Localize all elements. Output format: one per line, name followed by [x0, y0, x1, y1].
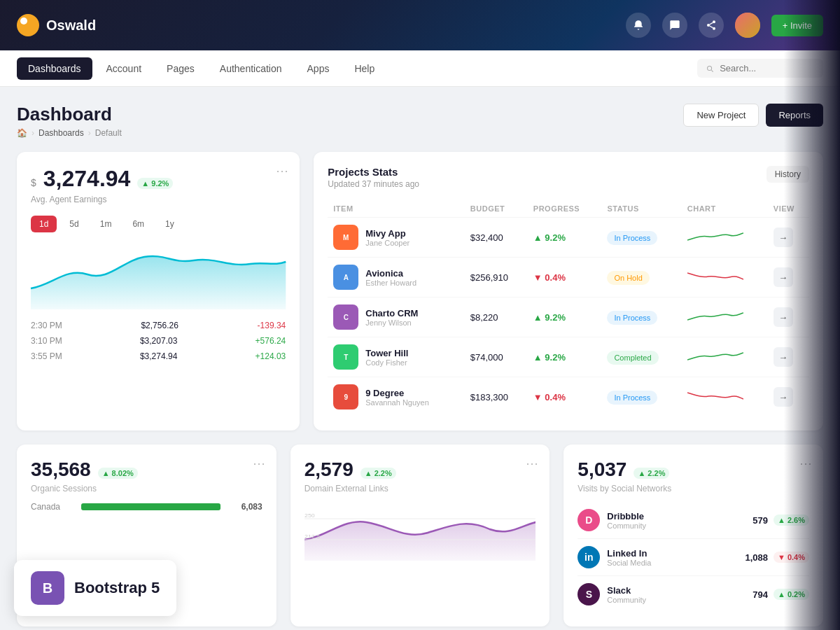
nav: Dashboards Account Pages Authentication …: [0, 50, 840, 87]
history-button[interactable]: History: [766, 166, 809, 183]
project-name-0: Mivy App: [365, 228, 410, 239]
project-view-btn-4[interactable]: →: [774, 387, 793, 407]
filter-1d[interactable]: 1d: [31, 216, 57, 232]
social-icon-1: in: [578, 546, 600, 568]
nav-item-authentication[interactable]: Authentication: [209, 57, 293, 80]
svg-point-1: [707, 24, 710, 27]
project-budget-4: $183,300: [465, 377, 528, 417]
project-name-2: Charto CRM: [365, 308, 418, 318]
social-count-1: 1,088: [745, 552, 768, 563]
social-count-2: 794: [752, 589, 768, 600]
table-row: C Charto CRM Jenny Wilson $8,220 ▲ 9.2% …: [328, 298, 809, 337]
project-item-4: 9 9 Degree Savannah Nguyen: [333, 384, 459, 410]
filter-1y[interactable]: 1y: [157, 216, 183, 232]
social-row-2: S Slack Community 794 ▲ 0.2%: [578, 576, 809, 612]
project-progress-1: ▼ 0.4%: [528, 258, 602, 298]
page-header: Dashboard 🏠 › Dashboards › Default New P…: [17, 104, 823, 138]
nav-item-help[interactable]: Help: [343, 57, 386, 80]
project-view-btn-3[interactable]: →: [774, 347, 793, 367]
bootstrap-label: Bootstrap 5: [74, 579, 160, 597]
stats-subtitle: Updated 37 minutes ago: [328, 179, 419, 189]
social-type-2: Community: [607, 596, 752, 604]
breadcrumb-dashboards[interactable]: Dashboards: [38, 128, 84, 138]
new-project-button[interactable]: New Project: [683, 104, 759, 127]
stats-header: Projects Stats Updated 37 minutes ago Hi…: [328, 166, 809, 189]
social-row-1: in Linked In Social Media 1,088 ▼ 0.4%: [578, 539, 809, 576]
time-2: 3:10 PM: [31, 336, 62, 346]
bootstrap-badge: B Bootstrap 5: [14, 560, 176, 616]
social-label: Visits by Social Networks: [578, 484, 809, 493]
filter-1m[interactable]: 1m: [92, 216, 120, 232]
domain-more-button[interactable]: ⋯: [526, 456, 538, 471]
project-view-btn-0[interactable]: →: [774, 227, 793, 247]
logo[interactable]: Oswald: [17, 14, 96, 36]
header: Oswald + Invite: [0, 0, 840, 50]
project-owner-2: Jenny Wilson: [365, 318, 418, 327]
earnings-subtitle: Avg. Agent Earnings: [31, 195, 286, 204]
filter-6m[interactable]: 6m: [124, 216, 153, 232]
change-1: -139.34: [258, 321, 286, 330]
social-badge-2: ▲ 0.2%: [774, 589, 809, 600]
breadcrumb: 🏠 › Dashboards › Default: [17, 128, 122, 138]
nav-item-account[interactable]: Account: [95, 57, 153, 80]
project-owner-1: Esther Howard: [365, 279, 416, 287]
earnings-more-button[interactable]: ⋯: [276, 163, 288, 178]
search-input[interactable]: [720, 63, 815, 74]
social-badge-0: ▲ 2.6%: [774, 514, 809, 526]
stats-title: Projects Stats: [328, 166, 419, 178]
social-type-0: Community: [607, 522, 752, 530]
project-item-0: M Mivy App Jane Cooper: [333, 225, 459, 250]
svg-point-0: [713, 20, 715, 23]
reports-button[interactable]: Reports: [766, 104, 823, 127]
invite-button[interactable]: + Invite: [771, 15, 823, 36]
project-progress-0: ▲ 9.2%: [528, 218, 602, 258]
project-status-4: In Process: [607, 391, 657, 405]
earnings-value: 3,274.94: [43, 166, 131, 192]
country-canada: Canada: [31, 502, 60, 512]
chart-row-1: 2:30 PM $2,756.26 -139.34: [31, 321, 286, 330]
nav-item-pages[interactable]: Pages: [155, 57, 206, 80]
project-progress-3: ▲ 9.2%: [528, 337, 602, 377]
nav-item-apps[interactable]: Apps: [296, 57, 341, 80]
time-3: 3:55 PM: [31, 351, 62, 361]
social-name-1: Linked In: [607, 548, 745, 559]
domain-value: 2,579: [304, 458, 354, 481]
earnings-badge: ▲ 9.2%: [137, 178, 173, 189]
social-more-button[interactable]: ⋯: [799, 456, 812, 471]
project-sparkline-1: [687, 270, 743, 284]
bootstrap-icon: B: [31, 571, 64, 605]
social-name-2: Slack: [607, 585, 752, 596]
project-view-btn-2[interactable]: →: [774, 307, 793, 327]
social-type-1: Social Media: [607, 559, 745, 567]
project-icon-0: M: [333, 225, 358, 250]
earnings-chart: [31, 239, 286, 309]
search-icon: [706, 64, 714, 74]
share-icon[interactable]: [699, 13, 724, 38]
project-budget-0: $32,400: [465, 218, 528, 258]
project-icon-3: T: [333, 344, 358, 370]
project-name-1: Avionica: [365, 268, 416, 279]
project-status-0: In Process: [607, 231, 657, 245]
social-badge-1: ▼ 0.4%: [774, 552, 809, 563]
project-progress-4: ▼ 0.4%: [528, 377, 602, 417]
social-value: 5,037: [578, 458, 626, 481]
top-row: ⋯ $ 3,274.94 ▲ 9.2% Avg. Agent Earnings …: [17, 152, 823, 430]
table-row: 9 9 Degree Savannah Nguyen $183,300 ▼ 0.…: [328, 377, 809, 417]
project-view-btn-1[interactable]: →: [774, 267, 793, 287]
table-row: T Tower Hill Cody Fisher $74,000 ▲ 9.2% …: [328, 337, 809, 377]
organic-label: Organic Sessions: [31, 484, 262, 493]
social-badge: ▲ 2.2%: [634, 468, 669, 479]
avatar[interactable]: [735, 13, 760, 38]
col-status: STATUS: [601, 200, 681, 218]
filter-5d[interactable]: 5d: [61, 216, 87, 232]
organic-more-button[interactable]: ⋯: [253, 456, 265, 471]
nav-item-dashboards[interactable]: Dashboards: [17, 57, 92, 80]
chat-icon[interactable]: [662, 13, 687, 38]
project-status-2: In Process: [607, 311, 657, 325]
project-budget-3: $74,000: [465, 337, 528, 377]
notifications-icon[interactable]: [626, 13, 651, 38]
earnings-card: ⋯ $ 3,274.94 ▲ 9.2% Avg. Agent Earnings …: [17, 152, 300, 430]
main-content: Dashboard 🏠 › Dashboards › Default New P…: [0, 87, 840, 626]
svg-line-3: [709, 26, 713, 28]
project-name-4: 9 Degree: [365, 388, 429, 398]
